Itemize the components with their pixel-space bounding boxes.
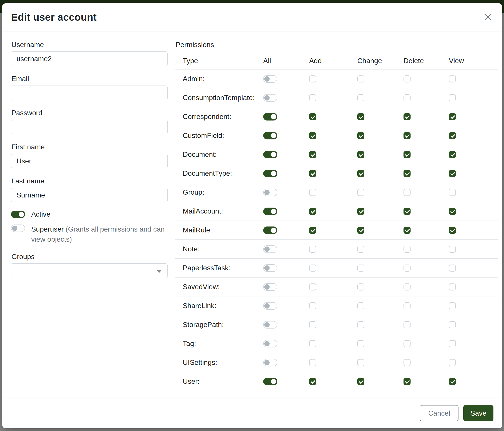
permission-all-toggle[interactable] [263,113,277,120]
permission-add-checkbox[interactable] [309,75,316,82]
permission-view-checkbox[interactable] [449,132,456,139]
permission-change-checkbox[interactable] [357,94,364,101]
permission-change-checkbox[interactable] [357,246,364,253]
permission-add-checkbox[interactable] [309,113,316,120]
first-name-input[interactable] [11,154,168,168]
permission-all-toggle[interactable] [263,132,277,139]
permission-view-checkbox[interactable] [449,227,456,234]
permission-view-checkbox[interactable] [449,246,456,253]
permission-add-checkbox[interactable] [309,321,316,328]
permission-all-toggle[interactable] [263,340,277,347]
permission-view-checkbox[interactable] [449,75,456,82]
permission-change-checkbox[interactable] [357,113,364,120]
permission-view-checkbox[interactable] [449,208,456,215]
permission-view-checkbox[interactable] [449,151,456,158]
permission-change-checkbox[interactable] [357,321,364,328]
permission-view-checkbox[interactable] [449,113,456,120]
permission-delete-checkbox[interactable] [404,246,411,253]
save-button[interactable]: Save [463,405,494,421]
permission-add-checkbox[interactable] [309,340,316,347]
permission-all-toggle[interactable] [263,75,277,83]
email-group: Email [11,75,168,100]
superuser-toggle[interactable] [11,224,25,232]
permission-add-checkbox[interactable] [309,359,316,366]
permission-add-checkbox[interactable] [309,170,316,177]
permission-all-toggle[interactable] [263,245,277,253]
permission-all-toggle[interactable] [263,283,277,291]
password-group: Password [11,109,168,134]
permission-all-toggle[interactable] [263,151,277,158]
close-button[interactable] [482,11,494,23]
permission-all-toggle[interactable] [263,302,277,310]
username-input[interactable] [11,52,168,66]
permission-view-checkbox[interactable] [449,170,456,177]
permission-delete-checkbox[interactable] [404,227,411,234]
permission-view-checkbox[interactable] [449,359,456,366]
permission-change-checkbox[interactable] [357,170,364,177]
permission-add-checkbox[interactable] [309,94,316,101]
permission-change-checkbox[interactable] [357,302,364,309]
permission-delete-checkbox[interactable] [404,283,411,290]
permission-delete-checkbox[interactable] [404,378,411,385]
permission-all-toggle[interactable] [263,226,277,234]
permission-all-toggle[interactable] [263,321,277,329]
permission-view-checkbox[interactable] [449,340,456,347]
permission-delete-checkbox[interactable] [404,359,411,366]
permission-all-toggle[interactable] [263,359,277,366]
permission-view-checkbox[interactable] [449,302,456,309]
permission-delete-checkbox[interactable] [404,113,411,120]
permission-change-checkbox[interactable] [357,208,364,215]
permission-add-checkbox[interactable] [309,189,316,196]
last-name-input[interactable] [11,188,168,202]
permission-row: MailRule: [175,221,498,240]
permission-all-toggle[interactable] [263,207,277,215]
permission-delete-checkbox[interactable] [404,302,411,309]
permission-type-label: SavedView: [175,283,263,291]
permission-add-checkbox[interactable] [309,151,316,158]
permission-change-checkbox[interactable] [357,265,364,272]
permission-change-checkbox[interactable] [357,132,364,139]
permission-change-checkbox[interactable] [357,75,364,82]
active-toggle[interactable] [11,211,25,218]
permission-add-checkbox[interactable] [309,265,316,272]
permission-delete-checkbox[interactable] [404,265,411,272]
permission-delete-checkbox[interactable] [404,170,411,177]
permission-view-checkbox[interactable] [449,283,456,290]
permission-add-checkbox[interactable] [309,302,316,309]
permission-delete-checkbox[interactable] [404,94,411,101]
permission-all-toggle[interactable] [263,378,277,385]
permission-all-toggle[interactable] [263,189,277,196]
permission-change-checkbox[interactable] [357,151,364,158]
permission-view-checkbox[interactable] [449,378,456,385]
email-input[interactable] [11,86,168,100]
permission-change-checkbox[interactable] [357,340,364,347]
groups-select[interactable] [11,263,168,278]
permission-all-toggle[interactable] [263,170,277,177]
permission-delete-checkbox[interactable] [404,132,411,139]
permission-delete-checkbox[interactable] [404,75,411,82]
permission-all-toggle[interactable] [263,264,277,272]
permission-add-checkbox[interactable] [309,227,316,234]
permission-view-checkbox[interactable] [449,265,456,272]
cancel-button[interactable]: Cancel [420,405,459,421]
permission-add-checkbox[interactable] [309,132,316,139]
permission-change-checkbox[interactable] [357,359,364,366]
permission-delete-checkbox[interactable] [404,151,411,158]
permission-view-checkbox[interactable] [449,189,456,196]
permission-add-checkbox[interactable] [309,378,316,385]
permission-delete-checkbox[interactable] [404,189,411,196]
password-input[interactable] [11,120,168,134]
permission-change-checkbox[interactable] [357,283,364,290]
permission-add-checkbox[interactable] [309,246,316,253]
permission-add-checkbox[interactable] [309,283,316,290]
permission-all-toggle[interactable] [263,94,277,102]
permission-change-checkbox[interactable] [357,378,364,385]
permission-delete-checkbox[interactable] [404,321,411,328]
permission-change-checkbox[interactable] [357,189,364,196]
permission-add-checkbox[interactable] [309,208,316,215]
permission-change-checkbox[interactable] [357,227,364,234]
permission-view-checkbox[interactable] [449,94,456,101]
permission-view-checkbox[interactable] [449,321,456,328]
permission-delete-checkbox[interactable] [404,340,411,347]
permission-delete-checkbox[interactable] [404,208,411,215]
